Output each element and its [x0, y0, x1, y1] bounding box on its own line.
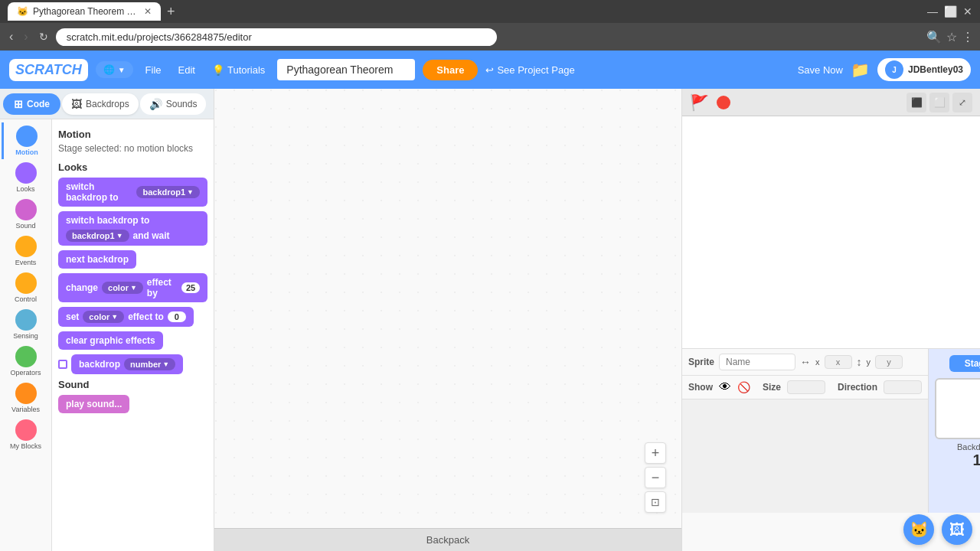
blocks-panel: Motion Stage selected: no motion blocks …	[52, 119, 214, 551]
add-sprite-button[interactable]: 🐱	[903, 514, 934, 545]
globe-button[interactable]: 🌐 ▼	[96, 61, 133, 78]
stage-view-buttons: ⬛ ⬜ ⤢	[906, 93, 972, 112]
stage-controls: 🚩	[690, 93, 730, 112]
code-canvas[interactable]	[214, 89, 681, 528]
block-dropdown-number[interactable]: number ▼	[124, 358, 175, 370]
share-button[interactable]: Share	[423, 60, 478, 80]
stage-canvas	[682, 116, 980, 348]
edit-menu[interactable]: Edit	[174, 61, 200, 79]
backpack-bar[interactable]: Backpack	[214, 528, 681, 551]
block-input-0[interactable]: 0	[168, 311, 186, 322]
block-dropdown-backdrop2[interactable]: backdrop1 ▼	[66, 230, 129, 242]
main-area: ⊞ Code 🖼 Backdrops 🔊 Sounds Motion	[0, 89, 980, 551]
y-label: y	[867, 357, 871, 367]
block-set-effect[interactable]: set color ▼ effect to 0	[58, 307, 194, 327]
x-coord-input[interactable]	[825, 355, 852, 369]
stage-right-tab-panel: Stage Backdrops 1	[928, 349, 980, 513]
forward-button[interactable]: ›	[21, 28, 31, 45]
tab-code[interactable]: ⊞ Code	[3, 93, 60, 115]
stop-button[interactable]	[717, 96, 730, 109]
backdrops-label: Backdrops	[957, 442, 980, 452]
tab-sounds[interactable]: 🔊 Sounds	[140, 93, 207, 115]
cat-icon: 🐱	[910, 520, 929, 539]
scratch-header: SCRATCH 🌐 ▼ File Edit 💡 Tutorials Share …	[0, 51, 980, 89]
motion-stage-info: Stage selected: no motion blocks	[58, 143, 207, 154]
category-operators[interactable]: Operators	[2, 343, 51, 380]
see-project-icon: ↩	[485, 64, 494, 76]
project-name-input[interactable]	[277, 59, 415, 80]
block-clear-effects[interactable]: clear graphic effects	[58, 331, 163, 350]
tab-backdrops[interactable]: 🖼 Backdrops	[62, 93, 139, 115]
eye-hide-icon[interactable]: 🚫	[737, 381, 750, 393]
svg-rect-1	[214, 89, 681, 528]
tutorials-button[interactable]: 💡 Tutorials	[207, 61, 270, 79]
minimize-button[interactable]: —	[927, 5, 938, 18]
block-input-25[interactable]: 25	[181, 282, 200, 293]
block-backdrop-number-row: backdrop number ▼	[58, 354, 207, 374]
stage-tab-button[interactable]: Stage	[949, 355, 980, 372]
zoom-out-button[interactable]: −	[645, 467, 666, 488]
new-tab-button[interactable]: +	[167, 4, 175, 20]
normal-stage-button[interactable]: ⬜	[929, 93, 949, 112]
tutorials-label: Tutorials	[227, 64, 265, 76]
block-switch-backdrop-wait[interactable]: switch backdrop to backdrop1 ▼ and wait	[58, 211, 207, 246]
sprite-label: Sprite	[688, 357, 714, 367]
category-control[interactable]: Control	[2, 269, 51, 306]
y-coord-input[interactable]	[875, 355, 903, 369]
tab-close-icon[interactable]: ✕	[144, 6, 152, 17]
fullscreen-button[interactable]: ⤢	[952, 93, 972, 112]
category-motion[interactable]: Motion	[2, 122, 51, 159]
block-dropdown-backdrop[interactable]: backdrop1 ▼	[136, 186, 200, 198]
block-play-sound[interactable]: play sound...	[58, 395, 129, 413]
close-window-button[interactable]: ✕	[963, 5, 972, 18]
sounds-tab-label: Sounds	[166, 99, 198, 109]
zoom-in-button[interactable]: +	[645, 442, 666, 464]
tab-bar: ⊞ Code 🖼 Backdrops 🔊 Sounds	[0, 89, 214, 119]
looks-section-title: Looks	[58, 161, 207, 173]
size-input[interactable]	[787, 380, 825, 394]
landscape-icon: 🖼	[949, 521, 965, 539]
block-dropdown-color[interactable]: color ▼	[102, 282, 143, 294]
see-project-button[interactable]: ↩ See Project Page	[485, 64, 574, 76]
tab-favicon: 🐱	[17, 6, 28, 17]
back-button[interactable]: ‹	[6, 28, 16, 45]
sprite-name-input[interactable]	[719, 354, 795, 370]
block-backdrop-checkbox[interactable]	[58, 360, 67, 369]
backpack-label: Backpack	[426, 534, 469, 546]
direction-input[interactable]	[884, 380, 922, 394]
show-size-row: Show 👁 🚫 Size Direction	[682, 376, 928, 399]
folder-icon[interactable]: 📁	[851, 60, 870, 79]
maximize-button[interactable]: ⬜	[944, 5, 957, 18]
browser-tab[interactable]: 🐱 Pythagorean Theorem on Scratch ✕	[8, 2, 161, 21]
block-switch-backdrop[interactable]: switch backdrop to backdrop1 ▼	[58, 178, 207, 207]
block-dropdown-color2[interactable]: color ▼	[83, 311, 124, 323]
block-backdrop-number[interactable]: backdrop number ▼	[71, 354, 183, 374]
block-next-backdrop[interactable]: next backdrop	[58, 250, 136, 269]
category-events[interactable]: Events	[2, 233, 51, 269]
block-text: switch backdrop to	[66, 181, 132, 203]
user-badge[interactable]: J JDBentley03	[877, 58, 971, 81]
globe-chevron: ▼	[118, 66, 126, 74]
category-sensing[interactable]: Sensing	[2, 306, 51, 343]
bookmark-icon[interactable]: ☆	[946, 30, 957, 44]
add-backdrop-button[interactable]: 🖼	[942, 514, 972, 545]
eye-show-icon[interactable]: 👁	[719, 380, 731, 394]
zoom-icon[interactable]: 🔍	[926, 30, 942, 44]
menu-icon[interactable]: ⋮	[962, 30, 974, 44]
scratch-logo[interactable]: SCRATCH	[9, 59, 88, 81]
reload-button[interactable]: ↻	[36, 29, 51, 44]
file-menu[interactable]: File	[141, 61, 166, 79]
address-bar-row: ‹ › ↻ 🔍 ☆ ⋮	[0, 23, 980, 51]
fit-screen-button[interactable]: ⊡	[645, 491, 666, 513]
category-looks[interactable]: Looks	[2, 159, 51, 196]
address-input[interactable]	[56, 28, 498, 46]
code-icon: ⊞	[14, 98, 23, 110]
category-variables[interactable]: Variables	[2, 380, 51, 416]
see-project-label: See Project Page	[497, 64, 574, 76]
save-now-button[interactable]: Save Now	[798, 64, 843, 76]
small-stage-button[interactable]: ⬛	[906, 93, 926, 112]
category-my-blocks[interactable]: My Blocks	[2, 416, 51, 453]
category-sound[interactable]: Sound	[2, 196, 51, 233]
green-flag-button[interactable]: 🚩	[690, 93, 709, 112]
block-change-effect[interactable]: change color ▼ effect by 25	[58, 273, 207, 302]
